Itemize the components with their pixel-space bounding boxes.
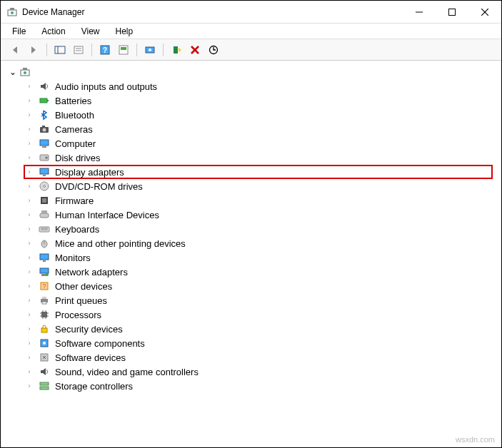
- tree-node[interactable]: ›Sound, video and game controllers: [24, 365, 493, 379]
- tree-node[interactable]: ›Display adapters: [24, 165, 493, 179]
- expand-icon[interactable]: ›: [25, 240, 34, 247]
- expand-icon[interactable]: ›: [25, 126, 34, 133]
- svg-rect-7: [55, 46, 65, 54]
- svg-rect-55: [42, 297, 46, 299]
- window-title: Device Manager: [22, 7, 84, 17]
- expand-icon[interactable]: ›: [25, 354, 34, 361]
- tree-node-label: Computer: [55, 138, 96, 149]
- tree-node[interactable]: ›Storage controllers: [24, 379, 493, 393]
- svg-rect-30: [40, 140, 49, 146]
- svg-rect-35: [43, 175, 46, 176]
- camera-icon: [38, 123, 51, 135]
- expand-icon[interactable]: ›: [25, 225, 34, 233]
- properties-button[interactable]: [70, 42, 87, 58]
- expand-icon[interactable]: ›: [25, 382, 34, 390]
- expand-icon[interactable]: ›: [25, 154, 34, 161]
- tree-node[interactable]: ›Audio inputs and outputs: [24, 79, 493, 93]
- battery-icon: [38, 95, 51, 106]
- tree-node[interactable]: ›Batteries: [24, 93, 493, 108]
- expand-icon[interactable]: ›: [25, 268, 34, 275]
- tree-node[interactable]: ›Processors: [24, 307, 493, 322]
- svg-rect-48: [43, 260, 46, 262]
- tree-node-label: Storage controllers: [55, 381, 133, 392]
- expand-icon[interactable]: ›: [25, 254, 34, 261]
- expand-icon[interactable]: ›: [25, 340, 34, 347]
- tree-node[interactable]: ›Human Interface Devices: [24, 208, 493, 222]
- svg-rect-56: [42, 302, 46, 304]
- expand-icon[interactable]: ›: [25, 197, 34, 204]
- expand-icon[interactable]: ›: [25, 183, 34, 190]
- refresh-button[interactable]: [115, 42, 132, 58]
- security-icon: [38, 323, 51, 335]
- help-button[interactable]: ?: [96, 42, 114, 58]
- expand-icon[interactable]: ›: [25, 83, 34, 90]
- tree-node[interactable]: ›Disk drives: [24, 151, 493, 165]
- tree-node[interactable]: ›Keyboards: [24, 222, 493, 236]
- svg-rect-49: [40, 268, 49, 273]
- svg-rect-57: [41, 312, 47, 317]
- tree-node[interactable]: ›Print queues: [24, 293, 493, 307]
- svg-rect-18: [174, 46, 178, 54]
- tree-node-label: Cameras: [55, 124, 93, 135]
- forward-button[interactable]: [25, 42, 42, 58]
- expand-icon[interactable]: ›: [25, 111, 34, 118]
- tree-node[interactable]: ›Mice and other pointing devices: [24, 236, 493, 250]
- menu-help[interactable]: Help: [109, 25, 141, 38]
- expand-icon[interactable]: ›: [25, 168, 34, 175]
- svg-rect-70: [40, 382, 49, 385]
- tree-node-label: Other devices: [55, 281, 112, 292]
- tree-root[interactable]: ⌄: [9, 66, 493, 78]
- device-tree[interactable]: ⌄ ›Audio inputs and outputs›Batteries›Bl…: [1, 61, 501, 447]
- menu-action[interactable]: Action: [34, 25, 72, 38]
- tree-node[interactable]: ›Network adapters: [24, 265, 493, 279]
- tree-node-label: Firmware: [55, 195, 94, 206]
- expand-icon[interactable]: ›: [25, 311, 34, 318]
- tree-node[interactable]: ›Software devices: [24, 350, 493, 365]
- close-button[interactable]: [468, 1, 501, 23]
- collapse-icon[interactable]: ⌄: [9, 67, 16, 77]
- svg-rect-34: [40, 168, 49, 174]
- tree-node[interactable]: ›DVD/CD-ROM drives: [24, 179, 493, 193]
- menu-view[interactable]: View: [74, 25, 107, 38]
- svg-rect-15: [121, 47, 126, 50]
- printer-icon: [38, 295, 51, 306]
- tree-node-label: Bluetooth: [55, 110, 94, 121]
- svg-point-37: [44, 185, 46, 188]
- tree-node[interactable]: ›Software components: [24, 336, 493, 350]
- expand-icon[interactable]: ›: [25, 282, 34, 290]
- expand-icon[interactable]: ›: [25, 140, 34, 147]
- cdrom-icon: [38, 180, 51, 192]
- svg-rect-41: [41, 210, 47, 213]
- disk-icon: [38, 152, 51, 163]
- tree-node[interactable]: ›Bluetooth: [24, 108, 493, 122]
- add-hardware-button[interactable]: [168, 42, 185, 58]
- show-hide-tree-button[interactable]: [51, 42, 69, 58]
- maximize-button[interactable]: [436, 1, 468, 23]
- svg-rect-39: [42, 198, 46, 203]
- remove-button[interactable]: [186, 42, 204, 58]
- tree-node[interactable]: ›Firmware: [24, 193, 493, 208]
- tree-node[interactable]: ›?Other devices: [24, 279, 493, 293]
- watermark: wsxdn.com: [456, 435, 495, 444]
- svg-rect-25: [40, 98, 47, 103]
- storage-icon: [38, 380, 51, 392]
- bluetooth-icon: [38, 109, 51, 121]
- tree-node[interactable]: ›Computer: [24, 136, 493, 151]
- update-driver-button[interactable]: [205, 42, 222, 58]
- display-icon: [38, 166, 51, 178]
- minimize-button[interactable]: [403, 1, 436, 23]
- expand-icon[interactable]: ›: [25, 368, 34, 375]
- expand-icon[interactable]: ›: [25, 297, 34, 304]
- scan-hardware-button[interactable]: [141, 42, 159, 58]
- tree-node[interactable]: ›Cameras: [24, 122, 493, 136]
- expand-icon[interactable]: ›: [25, 325, 34, 332]
- expand-icon[interactable]: ›: [25, 211, 34, 218]
- expand-icon[interactable]: ›: [25, 97, 34, 104]
- toolbar-sep: [163, 44, 164, 56]
- firmware-icon: [38, 195, 51, 206]
- tree-node[interactable]: ›Monitors: [24, 250, 493, 265]
- tree-node[interactable]: ›Security devices: [24, 322, 493, 336]
- back-button[interactable]: [6, 42, 24, 58]
- titlebar-left: Device Manager: [6, 6, 84, 18]
- menu-file[interactable]: File: [5, 25, 33, 38]
